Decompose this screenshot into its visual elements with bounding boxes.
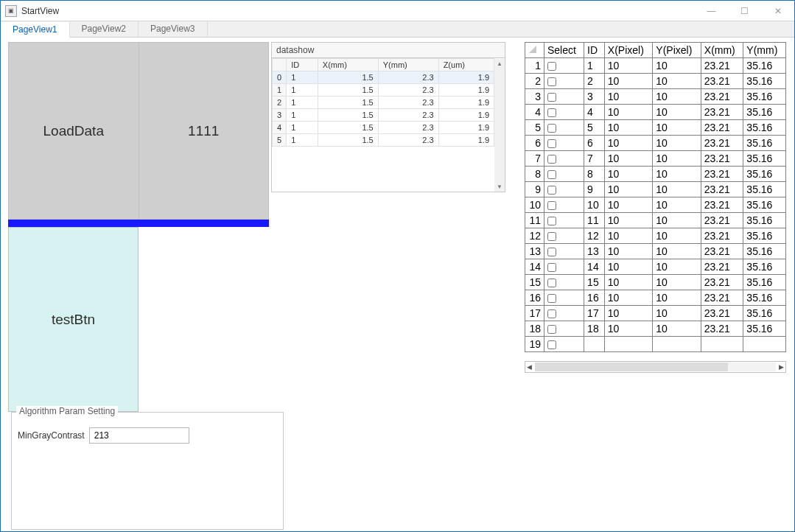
row-header[interactable]: 18 [525,321,544,337]
grid-cell[interactable]: 35.16 [743,197,786,213]
grid-cell[interactable]: 10 [653,105,701,120]
grid-cell[interactable]: 23.21 [701,182,743,197]
grid-cell[interactable]: 10 [604,182,652,197]
table-row[interactable]: 19 [525,337,786,352]
datashow-col-header[interactable]: X(mm) [318,59,378,71]
row-header[interactable]: 3 [525,89,544,105]
grid-cell[interactable]: 2 [584,74,605,89]
row-select-checkbox[interactable] [547,108,556,117]
row-select-checkbox[interactable] [547,186,556,195]
grid-cell[interactable]: 10 [604,213,652,228]
row-header[interactable]: 17 [525,306,544,321]
grid-cell[interactable]: 35.16 [743,136,786,151]
grid-cell[interactable]: 23.21 [701,89,743,105]
one-one-one-button[interactable]: 1111 [139,42,270,220]
scroll-left-icon[interactable]: ◀ [527,363,532,371]
datashow-row[interactable]: 511.52.31.9 [273,134,494,147]
grid-cell[interactable]: 11 [584,213,605,228]
grid-cell[interactable]: 10 [653,306,701,321]
table-row[interactable]: 88101023.2135.16 [525,167,786,182]
row-select-checkbox[interactable] [547,279,556,287]
grid-cell[interactable]: 10 [653,275,701,290]
grid-cell[interactable]: 10 [604,259,652,275]
grid-cell[interactable]: 10 [604,58,652,74]
grid-cell[interactable]: 13 [584,244,605,259]
grid-cell[interactable]: 23.21 [701,306,743,321]
row-select-checkbox[interactable] [547,201,556,210]
datashow-row[interactable]: 311.52.31.9 [273,109,494,122]
grid-cell[interactable]: 17 [584,306,605,321]
table-row[interactable]: 1616101023.2135.16 [525,290,786,306]
grid-cell[interactable]: 10 [653,120,701,136]
row-select-checkbox[interactable] [547,170,556,179]
row-header[interactable]: 16 [525,290,544,306]
scroll-track[interactable] [535,363,776,371]
scroll-up-icon[interactable]: ▲ [497,59,502,69]
datashow-col-header[interactable]: ID [287,59,318,71]
datashow-row[interactable]: 411.52.31.9 [273,122,494,134]
grid-cell[interactable] [743,337,786,352]
grid-cell[interactable]: 15 [584,275,605,290]
grid-cell[interactable]: 10 [604,306,652,321]
grid-cell[interactable]: 10 [653,213,701,228]
table-row[interactable]: 99101023.2135.16 [525,182,786,197]
table-row[interactable]: 1111101023.2135.16 [525,213,786,228]
row-select-checkbox[interactable] [547,340,556,349]
grid-cell[interactable]: 10 [604,197,652,213]
table-row[interactable]: 1818101023.2135.16 [525,321,786,337]
grid-cell[interactable]: 35.16 [743,213,786,228]
table-row[interactable]: 1212101023.2135.16 [525,228,786,244]
min-gray-contrast-input[interactable] [89,427,189,444]
grid-cell[interactable]: 9 [584,182,605,197]
table-row[interactable]: 55101023.2135.16 [525,120,786,136]
row-header[interactable]: 11 [525,213,544,228]
grid-cell[interactable]: 10 [653,228,701,244]
grid-col-header[interactable]: X(Pixel) [604,43,652,58]
grid-cell[interactable]: 23.21 [701,290,743,306]
grid-cell[interactable]: 35.16 [743,182,786,197]
grid-cell[interactable]: 35.16 [743,167,786,182]
grid-cell[interactable]: 10 [653,167,701,182]
grid-corner[interactable] [525,43,544,58]
grid-cell[interactable]: 35.16 [743,74,786,89]
scroll-thumb[interactable] [535,363,728,371]
datashow-table[interactable]: IDX(mm)Y(mm)Z(um)011.52.31.9111.52.31.92… [272,58,494,147]
row-select-checkbox[interactable] [547,294,556,303]
grid-cell[interactable]: 10 [604,167,652,182]
grid-cell[interactable]: 10 [604,89,652,105]
row-select-checkbox[interactable] [547,124,556,133]
grid-cell[interactable] [584,337,605,352]
grid-cell[interactable]: 10 [653,259,701,275]
table-row[interactable]: 77101023.2135.16 [525,151,786,167]
table-row[interactable]: 33101023.2135.16 [525,89,786,105]
grid-cell[interactable]: 23.21 [701,321,743,337]
grid-cell[interactable]: 8 [584,167,605,182]
row-header[interactable]: 13 [525,244,544,259]
row-select-checkbox[interactable] [547,263,556,272]
datashow-scrollbar[interactable]: ▲ ▼ [494,59,505,192]
grid-cell[interactable]: 10 [604,120,652,136]
datashow-col-header[interactable]: Y(mm) [378,59,438,71]
tab-pageview1[interactable]: PageView1 [1,22,70,38]
grid-cell[interactable]: 10 [604,290,652,306]
horizontal-scrollbar[interactable]: ◀ ▶ [525,361,786,373]
grid-cell[interactable]: 23.21 [701,197,743,213]
minimize-button[interactable]: — [695,1,728,21]
row-select-checkbox[interactable] [547,248,556,256]
row-select-checkbox[interactable] [547,217,556,225]
grid-cell[interactable]: 35.16 [743,259,786,275]
grid-cell[interactable] [653,337,701,352]
row-header[interactable]: 7 [525,151,544,167]
table-row[interactable]: 11101023.2135.16 [525,58,786,74]
row-select-checkbox[interactable] [547,155,556,164]
grid-cell[interactable]: 23.21 [701,58,743,74]
scroll-right-icon[interactable]: ▶ [779,363,784,371]
grid-cell[interactable]: 1 [584,58,605,74]
row-header[interactable]: 19 [525,337,544,352]
grid-cell[interactable]: 35.16 [743,58,786,74]
grid-cell[interactable]: 10 [604,275,652,290]
row-header[interactable]: 2 [525,74,544,89]
grid-cell[interactable]: 23.21 [701,167,743,182]
table-row[interactable]: 1010101023.2135.16 [525,197,786,213]
grid-cell[interactable]: 10 [604,105,652,120]
